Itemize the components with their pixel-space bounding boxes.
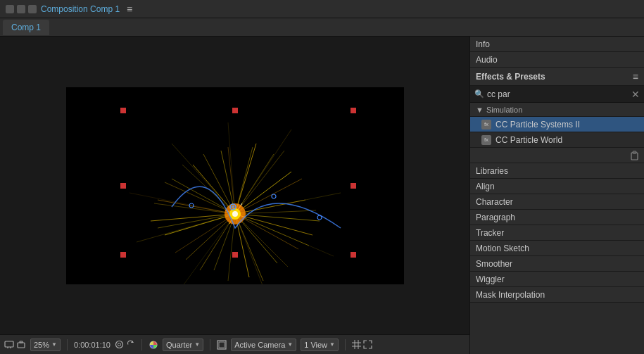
toolbar-icons-right — [352, 340, 372, 349]
view-dropdown[interactable]: 1 View ▼ — [301, 339, 339, 351]
handle-tr[interactable] — [351, 108, 356, 113]
sim-item-1-icon: fx — [481, 135, 491, 145]
separator-4 — [345, 339, 346, 350]
effects-presets-title: Effects & Presets — [476, 72, 545, 82]
quality-dropdown[interactable]: Quarter ▼ — [163, 339, 203, 351]
camera-dropdown[interactable]: Active Camera ▼ — [231, 339, 296, 351]
wiggler-label: Wiggler — [476, 274, 505, 284]
motion-sketch-label: Motion Sketch — [476, 244, 529, 253]
title-bar: Composition Comp 1 ≡ — [0, 0, 644, 18]
character-label: Character — [476, 197, 513, 207]
svg-rect-65 — [219, 342, 225, 348]
info-row[interactable]: Info — [470, 37, 644, 52]
camera2-icon — [115, 340, 124, 349]
quality-label: Quarter — [166, 341, 192, 349]
handle-bl[interactable] — [120, 252, 126, 258]
icon-1 — [6, 5, 14, 13]
quality-chevron: ▼ — [194, 341, 200, 348]
svg-point-49 — [232, 211, 238, 217]
simulation-group: ▼ Simulation fx CC Particle Systems II f… — [470, 103, 644, 148]
composition-label: Composition Comp 1 — [41, 4, 120, 14]
comp-name-text: Comp 1 — [90, 4, 120, 14]
paragraph-label: Paragraph — [476, 213, 515, 222]
view-chevron: ▼ — [329, 341, 335, 348]
sim-item-1[interactable]: fx CC Particle World — [470, 132, 644, 148]
zoom-label: 25% — [34, 341, 49, 349]
handle-mr[interactable] — [351, 183, 356, 189]
sim-item-0-label: CC Particle Systems II — [495, 120, 580, 129]
search-input[interactable] — [487, 89, 631, 99]
sim-item-1-label: CC Particle World — [495, 135, 562, 145]
align-section[interactable]: Align — [470, 179, 644, 194]
grid-icon — [352, 340, 361, 349]
wiggler-section[interactable]: Wiggler — [470, 272, 644, 287]
separator-2 — [141, 339, 142, 350]
sim-item-0-icon: fx — [481, 120, 491, 129]
comp-label-text: Composition — [41, 4, 88, 14]
tracker-section[interactable]: Tracker — [470, 225, 644, 241]
align-label: Align — [476, 182, 495, 191]
mask-interpolation-label: Mask Interpolation — [476, 290, 545, 300]
sim-item-0[interactable]: fx CC Particle Systems II — [470, 117, 644, 132]
svg-rect-58 — [18, 343, 25, 348]
bottom-toolbar: 25% ▼ 0:00:01:10 — [0, 334, 469, 354]
handle-br[interactable] — [351, 252, 356, 258]
search-clear-icon[interactable]: ✕ — [631, 89, 640, 99]
libraries-section[interactable]: Libraries — [470, 163, 644, 179]
simulation-header: ▼ Simulation — [470, 103, 644, 117]
zoom-dropdown[interactable]: 25% ▼ — [30, 339, 61, 351]
view-label: 1 View — [304, 341, 327, 349]
title-bar-icons — [6, 5, 37, 13]
svg-point-61 — [118, 343, 120, 346]
handle-tl[interactable] — [120, 108, 126, 113]
mask-interpolation-section[interactable]: Mask Interpolation — [470, 287, 644, 303]
zoom-chevron: ▼ — [51, 341, 57, 348]
effects-presets-header[interactable]: Effects & Presets ≡ — [470, 68, 644, 86]
right-panel: Info Audio Effects & Presets ≡ 🔍 ✕ ▼ Sim… — [469, 37, 644, 354]
refresh-icon — [126, 340, 135, 349]
icon-3 — [28, 5, 37, 13]
clipboard-area — [470, 148, 644, 163]
simulation-label: Simulation — [486, 106, 522, 114]
sim-triangle: ▼ — [476, 106, 484, 114]
expand-icon — [363, 340, 372, 349]
comp-canvas-area[interactable] — [0, 37, 469, 334]
time-display: 0:00:01:10 — [74, 341, 111, 349]
icon-2 — [17, 5, 25, 13]
tracker-label: Tracker — [476, 228, 504, 238]
separator-1 — [67, 339, 68, 350]
title-bar-menu-icon[interactable]: ≡ — [127, 4, 132, 15]
comp-tab[interactable]: Comp 1 — [3, 20, 49, 35]
color-icon-area — [149, 340, 158, 350]
tab-bar: Comp 1 — [0, 18, 644, 37]
main-content: 25% ▼ 0:00:01:10 — [0, 37, 644, 354]
toolbar-icons-left — [4, 340, 26, 350]
audio-label: Audio — [476, 55, 498, 65]
paragraph-section[interactable]: Paragraph — [470, 210, 644, 225]
smoother-section[interactable]: Smoother — [470, 256, 644, 272]
toolbar-icons-cam — [217, 340, 227, 350]
svg-point-60 — [115, 341, 122, 348]
search-bar: 🔍 ✕ — [470, 86, 644, 103]
libraries-label: Libraries — [476, 166, 508, 176]
handle-bc[interactable] — [232, 252, 238, 258]
smoother-label: Smoother — [476, 259, 512, 269]
comp-canvas — [66, 87, 404, 284]
handle-tc[interactable] — [232, 108, 238, 113]
camera-chevron: ▼ — [287, 341, 293, 348]
handle-ml[interactable] — [120, 183, 126, 189]
monitor-icon — [4, 340, 14, 350]
camera-icon — [16, 340, 26, 350]
clipboard-icon — [630, 151, 640, 160]
time-label: 0:00:01:10 — [74, 341, 111, 349]
motion-sketch-section[interactable]: Motion Sketch — [470, 241, 644, 256]
separator-3 — [210, 339, 210, 350]
svg-rect-55 — [5, 341, 13, 347]
character-section[interactable]: Character — [470, 194, 644, 210]
search-icon: 🔍 — [474, 89, 484, 99]
svg-point-51 — [232, 206, 234, 208]
color-wheel-icon — [149, 340, 158, 350]
effects-presets-menu-icon[interactable]: ≡ — [633, 71, 638, 82]
svg-marker-59 — [20, 341, 23, 343]
audio-row[interactable]: Audio — [470, 52, 644, 68]
